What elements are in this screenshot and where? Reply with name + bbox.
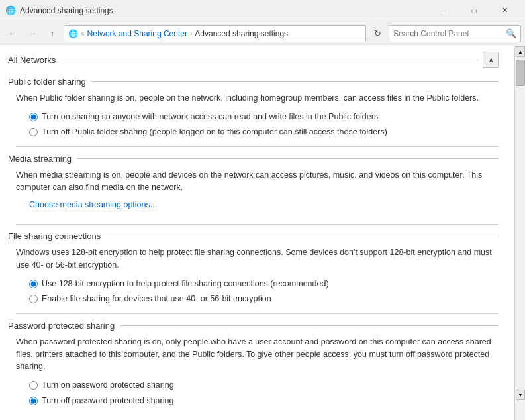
public-folder-label-1: Turn on sharing so anyone with network a…	[42, 111, 378, 123]
forward-button[interactable]: →	[24, 25, 41, 42]
media-streaming-sep	[77, 158, 499, 159]
file-sharing-radio-2[interactable]	[29, 295, 38, 303]
media-streaming-title: Media streaming	[8, 154, 72, 164]
window-title: Advanced sharing settings	[20, 6, 428, 15]
file-sharing-description: Windows uses 128-bit encryption to help …	[16, 246, 499, 272]
sep-3	[16, 313, 499, 314]
file-sharing-radio-1[interactable]	[29, 280, 38, 288]
minimize-button[interactable]: ─	[428, 0, 459, 21]
breadcrumb-network-center[interactable]: Network and Sharing Center	[87, 29, 187, 38]
password-options: Turn on password protected sharing Turn …	[29, 380, 499, 407]
password-option-1[interactable]: Turn on password protected sharing	[29, 380, 499, 392]
password-radio-1[interactable]	[29, 381, 38, 390]
password-sep	[120, 325, 499, 326]
media-streaming-description: When media streaming is on, people and d…	[16, 169, 499, 194]
media-streaming-section-header: Media streaming	[8, 154, 499, 164]
collapse-button[interactable]: ∧	[483, 52, 499, 68]
breadcrumb-sep1: «	[81, 30, 85, 37]
public-folder-radio-2[interactable]	[29, 128, 38, 136]
password-description: When password protected sharing is on, o…	[16, 336, 499, 373]
file-sharing-section-header: File sharing connections	[8, 231, 499, 241]
password-section-header: Password protected sharing	[8, 321, 499, 331]
file-sharing-label-1: Use 128-bit encryption to help protect f…	[42, 278, 329, 290]
media-streaming-content: When media streaming is on, people and d…	[0, 169, 506, 225]
password-option-2[interactable]: Turn off password protected sharing	[29, 395, 499, 407]
file-sharing-option-1[interactable]: Use 128-bit encryption to help protect f…	[29, 278, 499, 290]
breadcrumb-icon: 🌐	[68, 29, 78, 38]
public-folder-radio-1[interactable]	[29, 113, 38, 121]
file-sharing-title: File sharing connections	[8, 231, 101, 241]
maximize-button[interactable]: □	[459, 0, 489, 21]
file-sharing-option-2[interactable]: Enable file sharing for devices that use…	[29, 293, 499, 305]
chevron-up-icon: ∧	[489, 56, 493, 64]
all-networks-header: All Networks ∧	[0, 46, 506, 70]
breadcrumb-bar: 🌐 « Network and Sharing Center › Advance…	[64, 25, 366, 42]
window-icon: 🌐	[5, 5, 16, 16]
password-label-2: Turn off password protected sharing	[42, 395, 173, 407]
public-folder-label-2: Turn off Public folder sharing (people l…	[42, 127, 387, 138]
public-folder-content: When Public folder sharing is on, people…	[0, 92, 506, 146]
public-folder-option-2[interactable]: Turn off Public folder sharing (people l…	[29, 127, 499, 138]
close-button[interactable]: ✕	[489, 0, 520, 21]
scrollbar-down-button[interactable]: ▼	[516, 390, 525, 400]
file-sharing-options: Use 128-bit encryption to help protect f…	[29, 278, 499, 305]
scrollbar-thumb[interactable]	[516, 60, 525, 86]
scrollbar[interactable]: ▲ ▼	[514, 46, 525, 420]
public-folder-section-header: Public folder sharing	[8, 77, 499, 87]
file-sharing-sep	[106, 236, 499, 236]
file-sharing-content: Windows uses 128-bit encryption to help …	[0, 246, 506, 313]
search-input[interactable]	[393, 29, 506, 38]
password-label-1: Turn on password protected sharing	[42, 380, 174, 392]
refresh-button[interactable]: ↻	[369, 25, 386, 42]
breadcrumb-chevron: ›	[190, 30, 192, 37]
main-content: All Networks ∧ Public folder sharing Whe…	[0, 46, 525, 420]
public-folder-title: Public folder sharing	[8, 77, 86, 87]
all-networks-line	[61, 60, 479, 60]
search-icon[interactable]: 🔍	[506, 28, 516, 38]
nav-bar: ← → ↑ 🌐 « Network and Sharing Center › A…	[0, 21, 525, 46]
sep-1	[16, 146, 499, 147]
content-area: All Networks ∧ Public folder sharing Whe…	[0, 46, 514, 420]
up-button[interactable]: ↑	[44, 25, 61, 42]
search-box: 🔍	[389, 25, 521, 42]
all-networks-title: All Networks	[8, 55, 56, 65]
public-folder-options: Turn on sharing so anyone with network a…	[29, 111, 499, 138]
scrollbar-up-button[interactable]: ▲	[516, 46, 525, 57]
title-bar: 🌐 Advanced sharing settings ─ □ ✕	[0, 0, 525, 21]
window-controls: ─ □ ✕	[428, 0, 520, 21]
public-folder-description: When Public folder sharing is on, people…	[16, 92, 499, 105]
sep-2	[16, 224, 499, 225]
password-radio-2[interactable]	[29, 397, 38, 405]
password-content: When password protected sharing is on, o…	[0, 336, 506, 415]
public-folder-sep	[91, 81, 499, 82]
public-folder-option-1[interactable]: Turn on sharing so anyone with network a…	[29, 111, 499, 123]
file-sharing-label-2: Enable file sharing for devices that use…	[42, 293, 271, 305]
media-streaming-link[interactable]: Choose media streaming options...	[29, 200, 499, 209]
breadcrumb-current: Advanced sharing settings	[195, 29, 288, 38]
password-title: Password protected sharing	[8, 321, 115, 331]
back-button[interactable]: ←	[4, 25, 21, 42]
